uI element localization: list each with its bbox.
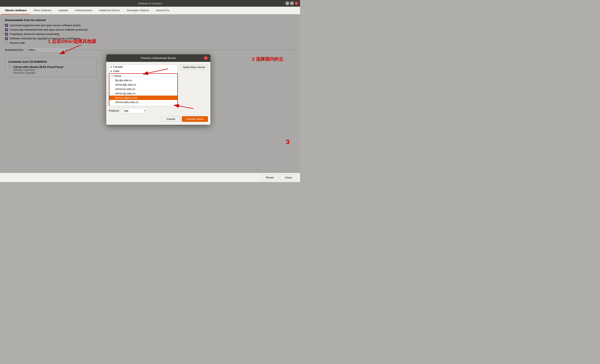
tab-ubuntu-pro[interactable]: Ubuntu Pro <box>152 7 173 14</box>
tab-developer-options[interactable]: Developer Options <box>123 7 152 14</box>
cancel-button[interactable]: Cancel <box>161 116 180 122</box>
title-bar: Software & Updates – □ ✕ <box>0 0 300 7</box>
window-title: Software & Updates <box>138 2 162 5</box>
tab-updates[interactable]: Updates <box>55 7 71 14</box>
bottom-bar: Revert Close <box>0 173 300 182</box>
tree-sjtu[interactable]: ftp.sjtu.edu.cn <box>109 78 177 82</box>
tree-canada[interactable]: ▶ Canada <box>109 64 178 69</box>
aliyun-label: mirrors.aliyun.com <box>115 96 137 99</box>
annotation-step2: 2 选择国内的云 <box>252 56 283 62</box>
tree-bfsu[interactable]: mirrors.bfsu.edu.cn <box>109 100 177 104</box>
dialog-title: Choose a Download Server <box>113 56 204 60</box>
protocol-select-wrapper: http ftp <box>122 108 147 113</box>
china-arrow: ▼ <box>111 75 113 77</box>
tab-other-software[interactable]: Other Software <box>30 7 55 14</box>
protocol-select[interactable]: http ftp <box>122 108 147 113</box>
tree-chile[interactable]: ▶ Chile <box>109 69 178 73</box>
tab-bar: Ubuntu Software Other Software Updates A… <box>0 7 300 14</box>
tab-authentication[interactable]: Authentication <box>72 7 95 14</box>
protocol-label: Protocol: <box>109 109 119 112</box>
bfsu-label: mirrors.bfsu.edu.cn <box>115 100 138 104</box>
sjtu-label: ftp.sjtu.edu.cn <box>115 79 132 82</box>
window-controls: – □ ✕ <box>285 1 298 5</box>
dialog-body: ▶ Canada ▶ Chile ▼ China <box>106 62 210 125</box>
tree-aliyun[interactable]: mirrors.aliyun.com <box>109 96 177 100</box>
chile-arrow: ▶ <box>111 70 112 72</box>
protocol-row: Protocol: http ftp <box>109 108 208 113</box>
tree-lzu[interactable]: mirror.lzu.edu.cn <box>109 87 177 91</box>
dialog-title-bar: Choose a Download Server ✕ <box>106 54 210 62</box>
tab-ubuntu-software[interactable]: Ubuntu Software <box>2 7 30 14</box>
select-best-server-button[interactable]: Select Best Server <box>180 64 208 70</box>
chile-label: Chile <box>113 70 119 73</box>
nju-label: mirror.nju.edu.cn <box>115 92 135 95</box>
bunt-label: mirrors.bunt.edu.cn <box>115 105 139 106</box>
canada-label: Canada <box>113 65 123 68</box>
main-window: Software & Updates – □ ✕ Ubuntu Software… <box>0 0 300 182</box>
dialog-close-button[interactable]: ✕ <box>204 56 208 60</box>
canada-arrow: ▶ <box>111 66 112 68</box>
server-list[interactable]: ▶ Canada ▶ Chile ▼ China <box>109 64 178 106</box>
content-area: Downloadable from the Internet Canonical… <box>0 14 300 173</box>
tree-bunt[interactable]: mirrors.bunt.edu.cn <box>109 104 177 106</box>
choose-server-button[interactable]: Choose Server <box>182 116 208 122</box>
choose-server-dialog: Choose a Download Server ✕ ▶ Canada <box>106 54 210 125</box>
tree-china[interactable]: ▼ China <box>109 73 178 78</box>
maximize-button[interactable]: □ <box>290 1 294 5</box>
close-button[interactable]: Close <box>280 175 297 180</box>
tree-bjtu[interactable]: mirror.bjtu.edu.cn <box>109 82 177 87</box>
close-window-button[interactable]: ✕ <box>295 1 298 5</box>
lzu-label: mirror.lzu.edu.cn <box>115 87 135 91</box>
select-best-wrapper: Select Best Server <box>180 64 208 106</box>
bjtu-label: mirror.bjtu.edu.cn <box>115 83 136 86</box>
tab-additional-drivers[interactable]: Additional Drivers <box>95 7 123 14</box>
minimize-button[interactable]: – <box>285 1 289 5</box>
annotation-step3: 3 <box>286 138 290 146</box>
china-label: China <box>114 74 121 77</box>
tree-nju[interactable]: mirror.nju.edu.cn <box>109 91 177 96</box>
dialog-top-row: ▶ Canada ▶ Chile ▼ China <box>109 64 208 106</box>
dialog-button-row: Cancel Choose Server <box>109 115 208 122</box>
revert-button[interactable]: Revert <box>262 175 278 180</box>
dialog-overlay: Choose a Download Server ✕ ▶ Canada <box>0 14 300 173</box>
